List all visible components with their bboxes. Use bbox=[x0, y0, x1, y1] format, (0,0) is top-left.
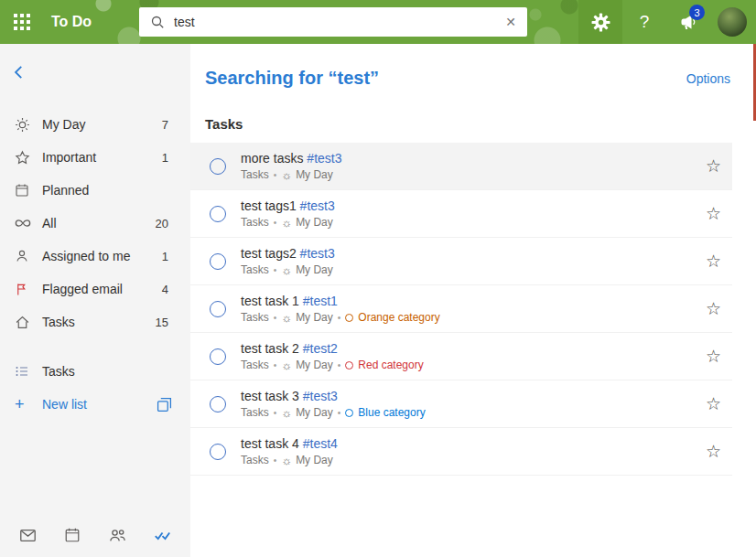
separator-dot: • bbox=[338, 360, 341, 370]
task-star-button[interactable]: ☆ bbox=[706, 393, 721, 414]
task-checkbox[interactable] bbox=[210, 348, 226, 365]
task-checkbox[interactable] bbox=[210, 253, 226, 270]
sidebar-item-count: 7 bbox=[162, 118, 168, 132]
sidebar: My Day7Important1PlannedAll20Assigned to… bbox=[0, 44, 190, 557]
sidebar-list-tasks[interactable]: Tasks bbox=[0, 355, 190, 388]
sidebar-item-label: Planned bbox=[42, 183, 89, 198]
task-list-name: Tasks bbox=[241, 263, 269, 276]
myday-icon: ☼ bbox=[281, 407, 292, 419]
sidebar-item-count: 1 bbox=[162, 250, 168, 263]
task-star-button[interactable]: ☆ bbox=[706, 251, 721, 272]
options-link[interactable]: Options bbox=[686, 71, 730, 86]
task-title: more tasks bbox=[241, 151, 303, 166]
sidebar-item-label: Important bbox=[42, 150, 96, 165]
clear-icon: ✕ bbox=[505, 15, 516, 29]
search-input[interactable] bbox=[174, 15, 496, 29]
calendar-app-button[interactable] bbox=[64, 527, 81, 543]
task-row[interactable]: test tags1 #test3Tasks•☼My Day☆ bbox=[190, 190, 732, 238]
task-myday-label: My Day bbox=[296, 359, 333, 371]
task-tag[interactable]: #test3 bbox=[300, 198, 335, 213]
task-myday-label: My Day bbox=[296, 263, 333, 276]
separator-dot: • bbox=[274, 360, 277, 370]
person-icon bbox=[15, 249, 33, 263]
task-star-button[interactable]: ☆ bbox=[706, 346, 721, 367]
task-myday-label: My Day bbox=[296, 168, 333, 181]
task-myday-label: My Day bbox=[296, 216, 333, 229]
task-meta: Tasks•☼My Day bbox=[241, 168, 342, 181]
task-checkbox[interactable] bbox=[210, 301, 226, 317]
sidebar-item-label: Flagged email bbox=[42, 282, 123, 296]
task-row[interactable]: test task 2 #test2Tasks•☼My Day•Red cate… bbox=[190, 333, 732, 380]
new-list-button[interactable]: + New list bbox=[0, 388, 190, 421]
sidebar-item-planned[interactable]: Planned bbox=[0, 174, 190, 207]
task-text: test task 1 #test1Tasks•☼My Day•Orange c… bbox=[241, 294, 440, 324]
sidebar-item-important[interactable]: Important1 bbox=[0, 141, 190, 174]
sidebar-item-all[interactable]: All20 bbox=[0, 207, 190, 240]
chevron-left-icon bbox=[11, 64, 27, 80]
task-meta: Tasks•☼My Day bbox=[241, 454, 338, 466]
task-checkbox[interactable] bbox=[210, 206, 226, 222]
mail-button[interactable] bbox=[19, 527, 37, 544]
people-icon bbox=[109, 527, 126, 544]
todo-app-button[interactable] bbox=[154, 527, 171, 544]
task-star-button[interactable]: ☆ bbox=[706, 441, 721, 462]
flag-icon bbox=[15, 283, 33, 296]
task-tag[interactable]: #test3 bbox=[307, 151, 341, 166]
gear-icon bbox=[591, 13, 610, 32]
calendar-icon bbox=[15, 183, 33, 198]
sidebar-item-tasks[interactable]: Tasks15 bbox=[0, 305, 190, 338]
task-list-name: Tasks bbox=[241, 359, 269, 371]
sidebar-item-count: 15 bbox=[156, 316, 168, 329]
task-text: more tasks #test3Tasks•☼My Day bbox=[241, 151, 342, 181]
main-content: Searching for “test” Options Tasks more … bbox=[190, 44, 756, 557]
settings-button[interactable] bbox=[578, 0, 622, 44]
app-switcher-bar bbox=[0, 513, 190, 557]
category-label: Red category bbox=[358, 359, 423, 371]
section-header-tasks: Tasks bbox=[205, 116, 756, 132]
task-list-name: Tasks bbox=[241, 168, 269, 181]
top-bar: To Do ✕ ? bbox=[0, 0, 756, 44]
search-bar[interactable]: ✕ bbox=[139, 7, 527, 37]
task-checkbox[interactable] bbox=[210, 158, 226, 175]
task-tag[interactable]: #test3 bbox=[300, 246, 335, 261]
task-star-button[interactable]: ☆ bbox=[706, 155, 721, 177]
sidebar-nav: My Day7Important1PlannedAll20Assigned to… bbox=[0, 108, 190, 338]
clear-search-button[interactable]: ✕ bbox=[505, 15, 516, 29]
people-button[interactable] bbox=[109, 527, 126, 544]
help-button[interactable]: ? bbox=[622, 0, 666, 44]
task-meta: Tasks•☼My Day•Red category bbox=[241, 359, 424, 371]
task-star-button[interactable]: ☆ bbox=[706, 203, 721, 224]
home-icon bbox=[15, 315, 33, 330]
notification-badge: 3 bbox=[689, 5, 705, 20]
page-title: Searching for “test” bbox=[205, 68, 686, 89]
sidebar-item-label: Tasks bbox=[42, 315, 75, 329]
myday-icon: ☼ bbox=[281, 312, 292, 324]
task-tag[interactable]: #test2 bbox=[303, 341, 338, 356]
task-star-button[interactable]: ☆ bbox=[706, 298, 721, 319]
task-row[interactable]: test tags2 #test3Tasks•☼My Day☆ bbox=[190, 238, 732, 285]
task-row[interactable]: test task 1 #test1Tasks•☼My Day•Orange c… bbox=[190, 285, 732, 333]
task-checkbox[interactable] bbox=[210, 396, 226, 412]
task-checkbox[interactable] bbox=[210, 444, 226, 460]
app-launcher-button[interactable] bbox=[0, 0, 44, 44]
task-tag[interactable]: #test1 bbox=[303, 294, 338, 308]
task-tag[interactable]: #test4 bbox=[303, 436, 338, 451]
sidebar-item-count: 4 bbox=[162, 283, 168, 296]
task-tag[interactable]: #test3 bbox=[303, 389, 338, 403]
sidebar-item-flagged-email[interactable]: Flagged email4 bbox=[0, 273, 190, 305]
search-results-header: Searching for “test” Options bbox=[205, 68, 730, 89]
sidebar-item-assigned-to-me[interactable]: Assigned to me1 bbox=[0, 240, 190, 273]
avatar[interactable] bbox=[718, 7, 747, 37]
create-group-button[interactable] bbox=[157, 397, 172, 412]
task-title: test tags2 bbox=[241, 246, 297, 261]
task-row[interactable]: more tasks #test3Tasks•☼My Day☆ bbox=[190, 143, 732, 190]
task-row[interactable]: test task 3 #test3Tasks•☼My Day•Blue cat… bbox=[190, 380, 732, 428]
new-group-icon bbox=[157, 397, 172, 412]
todo-check-icon bbox=[154, 527, 171, 544]
category-dot-icon bbox=[345, 361, 353, 370]
whats-new-button[interactable] bbox=[666, 0, 710, 44]
sidebar-item-my-day[interactable]: My Day7 bbox=[0, 108, 190, 141]
myday-icon: ☼ bbox=[281, 169, 292, 181]
task-row[interactable]: test task 4 #test4Tasks•☼My Day☆ bbox=[190, 428, 732, 476]
collapse-sidebar-button[interactable] bbox=[11, 64, 27, 80]
